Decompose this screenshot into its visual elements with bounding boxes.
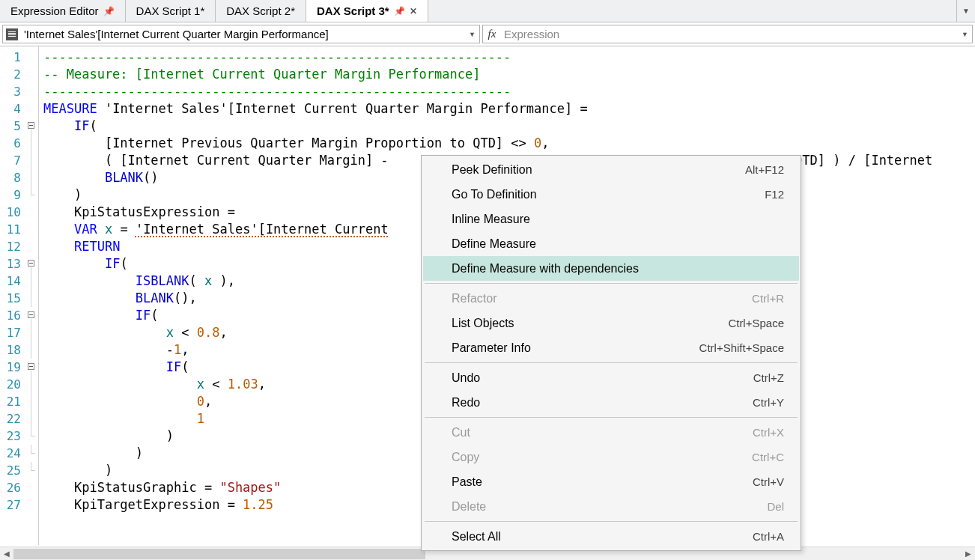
toolbar: 'Internet Sales'[Internet Current Quarte… <box>0 22 975 46</box>
menu-separator <box>425 283 798 284</box>
menu-item-label: Paste <box>452 475 753 489</box>
expression-selector[interactable]: fx Expression ▼ <box>482 25 973 43</box>
menu-item-label: Delete <box>452 500 767 514</box>
menu-item-go-to-definition[interactable]: Go To DefinitionF12 <box>423 182 799 207</box>
menu-item-shortcut: Ctrl+Z <box>753 371 784 384</box>
menu-item-label: Parameter Info <box>452 341 699 355</box>
menu-item-label: Undo <box>452 371 753 385</box>
menu-item-define-measure[interactable]: Define Measure <box>423 231 799 256</box>
measure-selector[interactable]: 'Internet Sales'[Internet Current Quarte… <box>2 25 480 43</box>
menu-item-label: List Objects <box>452 317 728 330</box>
menu-item-shortcut: Alt+F12 <box>745 163 784 176</box>
scroll-left-button[interactable]: ◀ <box>0 547 13 561</box>
pin-icon[interactable]: 📌 <box>103 6 115 16</box>
menu-item-inline-measure[interactable]: Inline Measure <box>423 207 799 231</box>
menu-item-shortcut: Ctrl+X <box>753 426 784 439</box>
menu-item-label: Go To Definition <box>452 188 765 201</box>
menu-item-shortcut: Ctrl+Space <box>728 317 784 329</box>
tab-label: DAX Script 1* <box>136 4 205 17</box>
menu-item-refactor: RefactorCtrl+R <box>423 286 799 311</box>
fx-icon: fx <box>483 28 501 40</box>
measure-icon <box>3 28 21 40</box>
menu-item-shortcut: Ctrl+Y <box>753 396 784 409</box>
menu-item-label: Inline Measure <box>452 213 784 226</box>
menu-item-shortcut: Ctrl+R <box>752 292 784 305</box>
menu-item-label: Redo <box>452 396 753 410</box>
tab-bar-spacer <box>428 0 957 22</box>
menu-item-shortcut: Del <box>767 500 784 513</box>
menu-separator <box>425 362 798 363</box>
tab-overflow-button[interactable]: ▼ <box>957 0 975 22</box>
menu-item-delete: DeleteDel <box>423 494 799 519</box>
menu-item-label: Cut <box>452 426 753 439</box>
tab-dax-script-1[interactable]: DAX Script 1* <box>126 0 216 22</box>
close-icon[interactable]: ✕ <box>410 6 417 16</box>
line-number-gutter: 1234567891011121314151617181920212223242… <box>0 46 25 545</box>
tab-label: DAX Script 2* <box>226 4 295 17</box>
menu-item-shortcut: Ctrl+V <box>753 475 784 488</box>
menu-item-label: Define Measure <box>452 237 784 251</box>
pin-icon[interactable]: 📌 <box>394 6 405 16</box>
menu-item-peek-definition[interactable]: Peek DefinitionAlt+F12 <box>423 157 799 182</box>
expression-placeholder: Expression <box>501 28 957 40</box>
measure-path: 'Internet Sales'[Internet Current Quarte… <box>21 28 464 40</box>
chevron-down-icon[interactable]: ▼ <box>464 31 479 38</box>
chevron-down-icon[interactable]: ▼ <box>957 31 972 38</box>
menu-item-label: Select All <box>452 530 753 544</box>
scroll-right-button[interactable]: ▶ <box>962 547 975 561</box>
menu-item-redo[interactable]: RedoCtrl+Y <box>423 390 799 415</box>
context-menu: Peek DefinitionAlt+F12Go To DefinitionF1… <box>421 155 801 551</box>
menu-item-shortcut: Ctrl+C <box>752 451 784 463</box>
menu-item-copy: CopyCtrl+C <box>423 445 799 469</box>
menu-item-label: Refactor <box>452 292 752 305</box>
menu-item-parameter-info[interactable]: Parameter InfoCtrl+Shift+Space <box>423 335 799 360</box>
menu-item-paste[interactable]: PasteCtrl+V <box>423 469 799 494</box>
tab-dax-script-2[interactable]: DAX Script 2* <box>216 0 306 22</box>
tab-dax-script-3[interactable]: DAX Script 3* 📌 ✕ <box>306 0 428 22</box>
fold-gutter[interactable] <box>25 46 39 545</box>
menu-item-define-measure-with-dependencies[interactable]: Define Measure with dependencies <box>423 256 799 281</box>
menu-separator <box>425 417 798 418</box>
menu-item-shortcut: F12 <box>765 188 784 201</box>
tab-label: DAX Script 3* <box>317 4 389 17</box>
tab-label: Expression Editor <box>10 4 99 17</box>
scroll-thumb[interactable] <box>13 549 425 559</box>
menu-item-cut: CutCtrl+X <box>423 420 799 445</box>
menu-item-label: Define Measure with dependencies <box>452 262 784 276</box>
menu-item-label: Peek Definition <box>452 163 745 177</box>
menu-item-list-objects[interactable]: List ObjectsCtrl+Space <box>423 311 799 335</box>
menu-item-label: Copy <box>452 451 752 464</box>
menu-item-undo[interactable]: UndoCtrl+Z <box>423 365 799 390</box>
tab-expression-editor[interactable]: Expression Editor 📌 <box>0 0 126 22</box>
menu-item-shortcut: Ctrl+Shift+Space <box>699 341 784 354</box>
menu-separator <box>425 521 798 522</box>
menu-item-shortcut: Ctrl+A <box>753 530 784 543</box>
menu-item-select-all[interactable]: Select AllCtrl+A <box>423 524 799 549</box>
tab-bar: Expression Editor 📌 DAX Script 1* DAX Sc… <box>0 0 975 22</box>
